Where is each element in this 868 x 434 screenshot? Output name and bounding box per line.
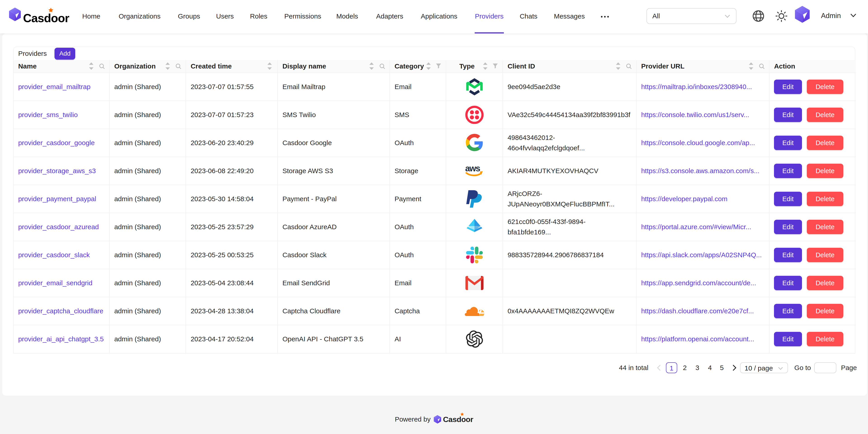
svg-text:aws: aws (465, 164, 480, 173)
